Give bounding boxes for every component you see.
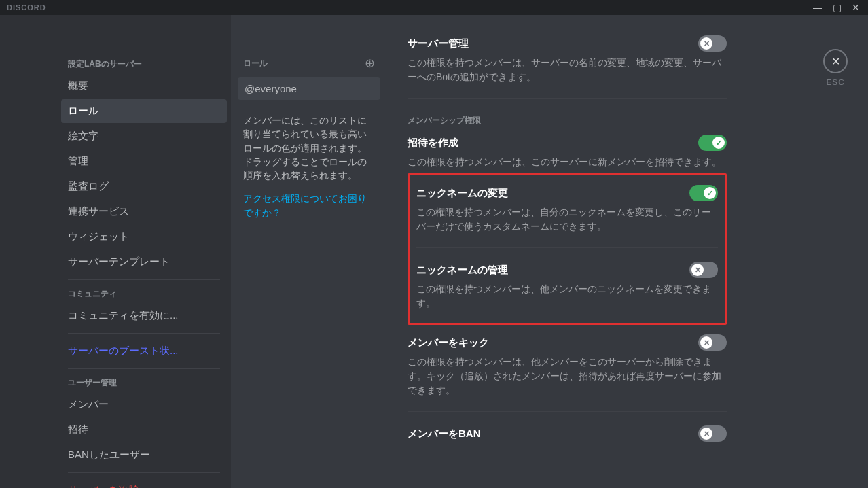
toggle-change-nickname[interactable]: ✓	[689, 185, 718, 201]
perm-ban: メンバーをBAN ✕	[408, 425, 727, 442]
titlebar: DISCORD — ▢ ✕	[0, 0, 868, 15]
maximize-button[interactable]: ▢	[827, 0, 846, 15]
sidebar-divider	[68, 333, 220, 334]
sidebar-item-boost[interactable]: サーバーのブースト状...	[61, 339, 227, 363]
perm-create-invite: 招待を作成 ✓	[408, 135, 727, 151]
perm-desc: この権限を持つメンバーは、他メンバーのニックネームを変更できます。	[416, 282, 718, 311]
toggle-ban[interactable]: ✕	[698, 425, 727, 442]
app-body: 設定LABのサーバー 概要 ロール 絵文字 管理 監査ログ 連携サービス ウィジ…	[0, 15, 868, 488]
sidebar-divider	[68, 368, 220, 369]
roles-help-link[interactable]: アクセス権限についてお困りですか？	[238, 182, 380, 220]
sidebar-item-emoji[interactable]: 絵文字	[61, 124, 227, 148]
perm-kick: メンバーをキック ✕	[408, 334, 727, 351]
role-everyone[interactable]: @everyone	[238, 77, 380, 100]
perm-title: 招待を作成	[408, 137, 458, 150]
perm-title: ニックネームの管理	[416, 264, 508, 277]
perm-divider	[408, 98, 727, 99]
roles-column: ロール ⊕ @everyone メンバーには、このリストに割り当てられている最も…	[231, 15, 387, 488]
guild-rail	[0, 15, 48, 488]
perm-server-manage: サーバー管理 ✕	[408, 35, 727, 52]
sidebar-item-moderation[interactable]: 管理	[61, 150, 227, 173]
perm-change-nickname: ニックネームの変更 ✓	[416, 185, 718, 201]
perm-title: メンバーをキック	[408, 336, 489, 349]
toggle-server-manage[interactable]: ✕	[698, 35, 727, 52]
toggle-kick[interactable]: ✕	[698, 334, 727, 351]
permissions-column: ✕ ESC サーバー管理 ✕ この権限を持つメンバーは、サーバーの名前の変更、地…	[387, 15, 868, 488]
toggle-manage-nickname[interactable]: ✕	[689, 262, 718, 278]
roles-header: ロール ⊕	[238, 56, 380, 77]
add-role-icon[interactable]: ⊕	[365, 56, 375, 71]
roles-description: メンバーには、このリストに割り当てられている最も高いロールの色が適用されます。ド…	[238, 100, 380, 182]
perm-title: メンバーをBAN	[408, 428, 481, 440]
permission-content: サーバー管理 ✕ この権限を持つメンバーは、サーバーの名前の変更、地域の変更、サ…	[408, 35, 727, 442]
sidebar-header-user-mgmt: ユーザー管理	[61, 374, 227, 393]
close-icon: ✕	[823, 49, 848, 73]
perm-section-membership: メンバーシップ権限	[408, 115, 727, 126]
sidebar-header-community: コミュニティ	[61, 285, 227, 304]
settings-sidebar: 設定LABのサーバー 概要 ロール 絵文字 管理 監査ログ 連携サービス ウィジ…	[48, 15, 231, 488]
sidebar-divider	[68, 279, 220, 280]
highlight-box: ニックネームの変更 ✓ この権限を持つメンバーは、自分のニックネームを変更し、こ…	[408, 173, 727, 325]
perm-desc: この権限を持つメンバーは、他メンバーをこのサーバーから削除できます。キック（追放…	[408, 355, 727, 398]
sidebar-item-community-enable[interactable]: コミュニティを有効に...	[61, 304, 227, 328]
sidebar-item-template[interactable]: サーバーテンプレート	[61, 250, 227, 274]
sidebar-item-delete-server[interactable]: サーバーを削除	[61, 478, 227, 488]
esc-button[interactable]: ✕ ESC	[823, 49, 848, 87]
roles-header-label: ロール	[243, 58, 268, 69]
sidebar-item-widget[interactable]: ウィジェット	[61, 225, 227, 249]
sidebar-divider	[68, 472, 220, 473]
minimize-button[interactable]: —	[808, 0, 827, 15]
esc-label: ESC	[826, 77, 845, 87]
sidebar-item-integrations[interactable]: 連携サービス	[61, 200, 227, 224]
sidebar-header-server: 設定LABのサーバー	[61, 56, 227, 74]
perm-desc: この権限を持つメンバーは、このサーバーに新メンバーを招待できます。	[408, 155, 727, 169]
sidebar-item-audit-log[interactable]: 監査ログ	[61, 175, 227, 198]
app-logo: DISCORD	[7, 3, 46, 12]
perm-manage-nickname: ニックネームの管理 ✕	[416, 262, 718, 278]
close-button[interactable]: ✕	[846, 0, 865, 15]
perm-title: サーバー管理	[408, 37, 469, 50]
sidebar-item-roles[interactable]: ロール	[61, 99, 227, 123]
perm-desc: この権限を持つメンバーは、サーバーの名前の変更、地域の変更、サーバーへのBotの…	[408, 56, 727, 84]
sidebar-item-invites[interactable]: 招待	[61, 418, 227, 442]
perm-divider	[408, 411, 727, 412]
sidebar-item-overview[interactable]: 概要	[61, 74, 227, 98]
toggle-create-invite[interactable]: ✓	[698, 135, 727, 151]
sidebar-item-bans[interactable]: BANしたユーザー	[61, 443, 227, 467]
perm-title: ニックネームの変更	[416, 187, 508, 200]
window-controls: — ▢ ✕	[808, 0, 865, 15]
sidebar-item-members[interactable]: メンバー	[61, 393, 227, 417]
perm-desc: この権限を持つメンバーは、自分のニックネームを変更し、このサーバーだけで使うカス…	[416, 205, 718, 234]
perm-divider	[416, 247, 718, 248]
